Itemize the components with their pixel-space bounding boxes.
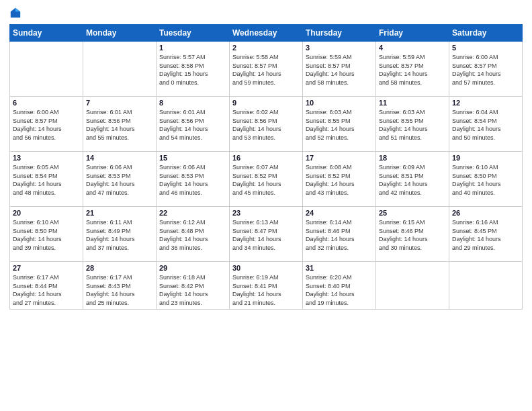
day-info: Sunrise: 6:14 AM Sunset: 8:46 PM Dayligh…: [306, 218, 373, 252]
day-number: 19: [452, 154, 519, 162]
calendar-cell: 11Sunrise: 6:03 AM Sunset: 8:55 PM Dayli…: [376, 97, 449, 152]
calendar-cell: 21Sunrise: 6:11 AM Sunset: 8:49 PM Dayli…: [83, 207, 157, 262]
day-number: 6: [13, 99, 80, 107]
day-info: Sunrise: 6:13 AM Sunset: 8:47 PM Dayligh…: [232, 218, 300, 252]
weekday-header-saturday: Saturday: [449, 25, 523, 42]
day-number: 27: [13, 264, 80, 272]
page: SundayMondayTuesdayWednesdayThursdayFrid…: [0, 0, 532, 411]
weekday-header-monday: Monday: [83, 25, 157, 42]
day-number: 22: [159, 209, 226, 217]
weekday-header-sunday: Sunday: [10, 25, 83, 42]
logo: [9, 7, 23, 19]
weekday-header-wednesday: Wednesday: [230, 25, 303, 42]
calendar-cell: 27Sunrise: 6:17 AM Sunset: 8:44 PM Dayli…: [10, 262, 83, 310]
day-info: Sunrise: 6:19 AM Sunset: 8:41 PM Dayligh…: [232, 273, 300, 307]
day-info: Sunrise: 6:15 AM Sunset: 8:46 PM Dayligh…: [379, 218, 446, 252]
calendar: SundayMondayTuesdayWednesdayThursdayFrid…: [9, 24, 523, 310]
day-info: Sunrise: 6:06 AM Sunset: 8:53 PM Dayligh…: [159, 163, 226, 197]
day-number: 1: [159, 44, 226, 52]
weekday-header-tuesday: Tuesday: [157, 25, 230, 42]
day-number: 11: [379, 99, 446, 107]
day-number: 31: [306, 264, 373, 272]
day-info: Sunrise: 6:12 AM Sunset: 8:48 PM Dayligh…: [159, 218, 226, 252]
calendar-cell: [376, 262, 449, 310]
day-info: Sunrise: 5:58 AM Sunset: 8:57 PM Dayligh…: [232, 53, 300, 87]
week-row-2: 6Sunrise: 6:00 AM Sunset: 8:57 PM Daylig…: [10, 97, 523, 152]
calendar-cell: 5Sunrise: 6:00 AM Sunset: 8:57 PM Daylig…: [449, 42, 523, 97]
week-row-1: 1Sunrise: 5:57 AM Sunset: 8:58 PM Daylig…: [10, 42, 523, 97]
day-number: 5: [452, 44, 519, 52]
day-info: Sunrise: 6:09 AM Sunset: 8:51 PM Dayligh…: [379, 163, 446, 197]
day-number: 13: [13, 154, 80, 162]
day-number: 4: [379, 44, 446, 52]
day-number: 9: [232, 99, 300, 107]
calendar-cell: 31Sunrise: 6:20 AM Sunset: 8:40 PM Dayli…: [303, 262, 376, 310]
calendar-cell: 17Sunrise: 6:08 AM Sunset: 8:52 PM Dayli…: [303, 152, 376, 207]
calendar-cell: 10Sunrise: 6:03 AM Sunset: 8:55 PM Dayli…: [303, 97, 376, 152]
day-number: 30: [232, 264, 300, 272]
calendar-cell: 2Sunrise: 5:58 AM Sunset: 8:57 PM Daylig…: [230, 42, 303, 97]
day-info: Sunrise: 6:00 AM Sunset: 8:57 PM Dayligh…: [13, 108, 80, 142]
calendar-cell: 19Sunrise: 6:10 AM Sunset: 8:50 PM Dayli…: [449, 152, 523, 207]
calendar-cell: 12Sunrise: 6:04 AM Sunset: 8:54 PM Dayli…: [449, 97, 523, 152]
weekday-header-friday: Friday: [376, 25, 449, 42]
day-info: Sunrise: 6:02 AM Sunset: 8:56 PM Dayligh…: [232, 108, 300, 142]
day-info: Sunrise: 6:05 AM Sunset: 8:54 PM Dayligh…: [13, 163, 80, 197]
day-info: Sunrise: 6:03 AM Sunset: 8:55 PM Dayligh…: [379, 108, 446, 142]
day-number: 24: [306, 209, 373, 217]
day-number: 15: [159, 154, 226, 162]
day-info: Sunrise: 5:59 AM Sunset: 8:57 PM Dayligh…: [379, 53, 446, 87]
calendar-cell: [83, 42, 157, 97]
day-info: Sunrise: 6:00 AM Sunset: 8:57 PM Dayligh…: [452, 53, 519, 87]
week-row-3: 13Sunrise: 6:05 AM Sunset: 8:54 PM Dayli…: [10, 152, 523, 207]
day-number: 29: [159, 264, 226, 272]
week-row-5: 27Sunrise: 6:17 AM Sunset: 8:44 PM Dayli…: [10, 262, 523, 310]
calendar-cell: 8Sunrise: 6:01 AM Sunset: 8:56 PM Daylig…: [157, 97, 230, 152]
day-info: Sunrise: 6:03 AM Sunset: 8:55 PM Dayligh…: [306, 108, 373, 142]
day-number: 21: [86, 209, 153, 217]
day-info: Sunrise: 6:01 AM Sunset: 8:56 PM Dayligh…: [86, 108, 153, 142]
calendar-cell: 9Sunrise: 6:02 AM Sunset: 8:56 PM Daylig…: [230, 97, 303, 152]
calendar-cell: 6Sunrise: 6:00 AM Sunset: 8:57 PM Daylig…: [10, 97, 83, 152]
calendar-cell: 25Sunrise: 6:15 AM Sunset: 8:46 PM Dayli…: [376, 207, 449, 262]
calendar-cell: 20Sunrise: 6:10 AM Sunset: 8:50 PM Dayli…: [10, 207, 83, 262]
day-info: Sunrise: 6:16 AM Sunset: 8:45 PM Dayligh…: [452, 218, 519, 252]
calendar-cell: 1Sunrise: 5:57 AM Sunset: 8:58 PM Daylig…: [157, 42, 230, 97]
weekday-header-row: SundayMondayTuesdayWednesdayThursdayFrid…: [10, 25, 523, 42]
day-number: 16: [232, 154, 300, 162]
day-number: 7: [86, 99, 153, 107]
day-number: 8: [159, 99, 226, 107]
day-info: Sunrise: 6:01 AM Sunset: 8:56 PM Dayligh…: [159, 108, 226, 142]
calendar-cell: 4Sunrise: 5:59 AM Sunset: 8:57 PM Daylig…: [376, 42, 449, 97]
calendar-cell: 26Sunrise: 6:16 AM Sunset: 8:45 PM Dayli…: [449, 207, 523, 262]
day-info: Sunrise: 6:08 AM Sunset: 8:52 PM Dayligh…: [306, 163, 373, 197]
day-number: 28: [86, 264, 153, 272]
day-info: Sunrise: 6:11 AM Sunset: 8:49 PM Dayligh…: [86, 218, 153, 252]
calendar-cell: 15Sunrise: 6:06 AM Sunset: 8:53 PM Dayli…: [157, 152, 230, 207]
calendar-cell: 3Sunrise: 5:59 AM Sunset: 8:57 PM Daylig…: [303, 42, 376, 97]
day-number: 17: [306, 154, 373, 162]
day-number: 10: [306, 99, 373, 107]
day-info: Sunrise: 5:59 AM Sunset: 8:57 PM Dayligh…: [306, 53, 373, 87]
calendar-cell: 24Sunrise: 6:14 AM Sunset: 8:46 PM Dayli…: [303, 207, 376, 262]
calendar-cell: 29Sunrise: 6:18 AM Sunset: 8:42 PM Dayli…: [157, 262, 230, 310]
day-number: 26: [452, 209, 519, 217]
calendar-cell: 23Sunrise: 6:13 AM Sunset: 8:47 PM Dayli…: [230, 207, 303, 262]
day-info: Sunrise: 6:18 AM Sunset: 8:42 PM Dayligh…: [159, 273, 226, 307]
day-info: Sunrise: 6:06 AM Sunset: 8:53 PM Dayligh…: [86, 163, 153, 197]
calendar-cell: [10, 42, 83, 97]
day-number: 3: [306, 44, 373, 52]
calendar-cell: 14Sunrise: 6:06 AM Sunset: 8:53 PM Dayli…: [83, 152, 157, 207]
day-info: Sunrise: 6:17 AM Sunset: 8:43 PM Dayligh…: [86, 273, 153, 307]
day-number: 12: [452, 99, 519, 107]
day-info: Sunrise: 6:20 AM Sunset: 8:40 PM Dayligh…: [306, 273, 373, 307]
calendar-cell: 22Sunrise: 6:12 AM Sunset: 8:48 PM Dayli…: [157, 207, 230, 262]
day-number: 25: [379, 209, 446, 217]
day-info: Sunrise: 6:10 AM Sunset: 8:50 PM Dayligh…: [13, 218, 80, 252]
calendar-cell: 13Sunrise: 6:05 AM Sunset: 8:54 PM Dayli…: [10, 152, 83, 207]
calendar-cell: 7Sunrise: 6:01 AM Sunset: 8:56 PM Daylig…: [83, 97, 157, 152]
day-info: Sunrise: 6:04 AM Sunset: 8:54 PM Dayligh…: [452, 108, 519, 142]
logo-icon: [9, 7, 21, 19]
week-row-4: 20Sunrise: 6:10 AM Sunset: 8:50 PM Dayli…: [10, 207, 523, 262]
weekday-header-thursday: Thursday: [303, 25, 376, 42]
